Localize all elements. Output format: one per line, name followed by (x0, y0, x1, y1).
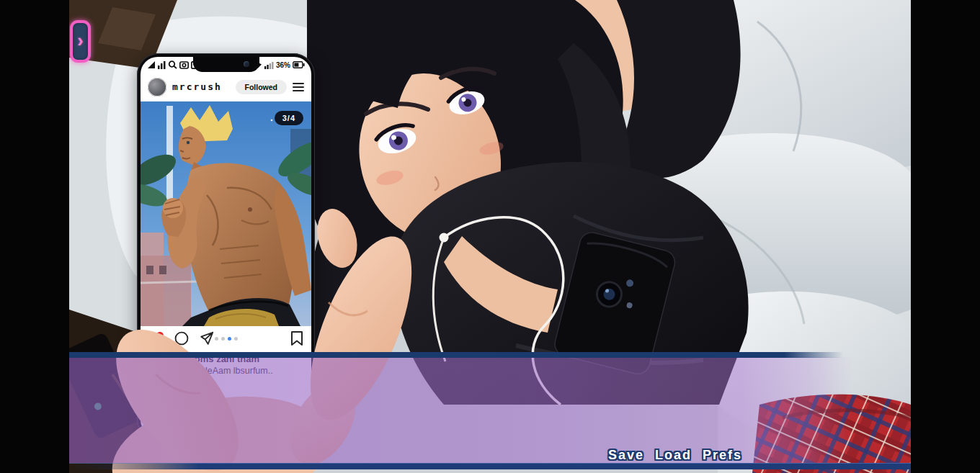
status-right-icons: 36% (253, 61, 305, 69)
stats-bars-icon (158, 61, 166, 69)
bookmark-icon (290, 330, 304, 346)
comment-icon (174, 330, 190, 346)
carousel-counter-badge: 3/4 (275, 111, 303, 125)
save-button[interactable]: Save (608, 448, 644, 463)
textbox-bottom-bar (69, 463, 911, 469)
battery-icon (293, 61, 305, 68)
followed-button: Followed (236, 80, 288, 94)
dialogue-box[interactable] (69, 357, 911, 463)
post-action-bar (141, 326, 311, 351)
post-artwork-muscular-man (141, 102, 311, 326)
instagram-post-image: 3/4 (141, 102, 311, 326)
load-button[interactable]: Load (655, 448, 692, 463)
like-heart-icon (148, 331, 164, 346)
selfie-camera-icon (244, 61, 249, 67)
poster-avatar (148, 78, 166, 96)
signal-wedge-icon (147, 61, 156, 69)
chevron-right-icon: › (77, 32, 83, 50)
camera-notif-icon (179, 61, 189, 69)
phone-notch (193, 57, 259, 72)
share-icon (199, 330, 215, 346)
battery-percent-label: 36% (276, 61, 290, 69)
quick-menu-bar: Save Load Prefs (608, 448, 742, 463)
carousel-dots (215, 337, 238, 341)
game-viewport[interactable]: 36% mrcrush Followed (69, 0, 911, 473)
poster-username: mrcrush (172, 81, 230, 92)
post-options-icon (293, 83, 304, 91)
dialogue-top-border (69, 352, 911, 358)
search-notif-icon (168, 60, 177, 69)
quick-menu-expand-button[interactable]: › (70, 20, 91, 63)
prefs-button[interactable]: Prefs (703, 448, 742, 463)
status-left-icons (147, 60, 199, 69)
instagram-post-header: mrcrush Followed (141, 73, 311, 102)
cell-signal-icon (264, 61, 274, 69)
